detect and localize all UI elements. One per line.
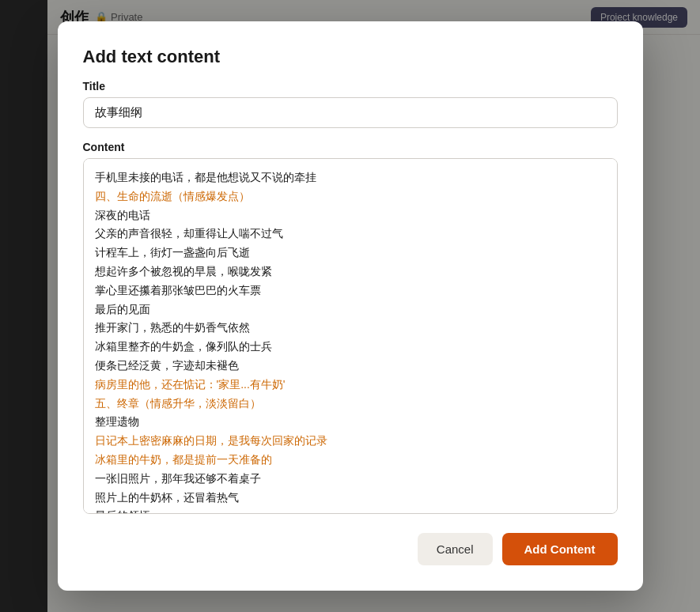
modal-footer: Cancel Add Content [83,527,618,565]
add-content-button[interactable]: Add Content [502,533,618,565]
add-text-content-modal: Add text content Title Content 手机里未接的电话，… [58,21,643,591]
title-field-group: Title [83,80,618,128]
cancel-button[interactable]: Cancel [418,533,493,565]
content-display[interactable]: 手机里未接的电话，都是他想说又不说的牵挂四、生命的流逝（情感爆发点）深夜的电话父… [84,159,617,514]
title-input[interactable] [83,97,618,128]
title-field-label: Title [83,80,618,93]
content-field-label: Content [83,141,618,153]
content-textarea-container: 手机里未接的电话，都是他想说又不说的牵挂四、生命的流逝（情感爆发点）深夜的电话父… [83,158,618,514]
modal-title: Add text content [83,47,618,67]
modal-overlay: Add text content Title Content 手机里未接的电话，… [0,0,700,612]
content-field-group: Content 手机里未接的电话，都是他想说又不说的牵挂四、生命的流逝（情感爆发… [83,141,618,514]
